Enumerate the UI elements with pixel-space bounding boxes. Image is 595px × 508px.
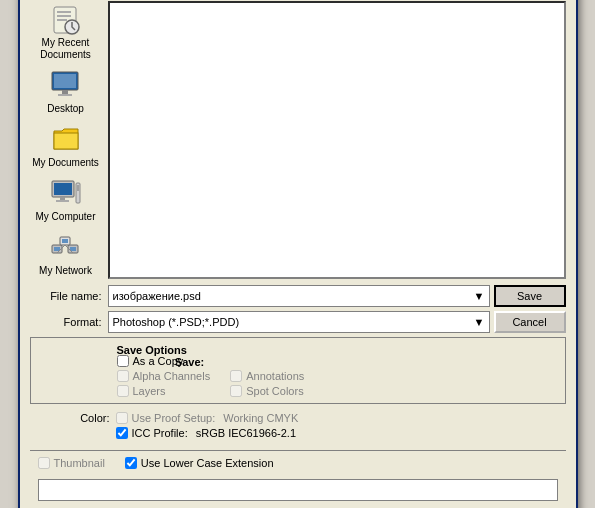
svg-rect-16 xyxy=(60,197,65,200)
svg-rect-5 xyxy=(57,11,71,13)
thumbnail-label: Thumbnail xyxy=(54,457,105,469)
network-label: My Network xyxy=(39,265,92,277)
save-options-left-col: Save: As a Copy Alpha Channels Layers xyxy=(39,356,211,397)
use-proof-setup-value: Working CMYK xyxy=(223,412,298,424)
filename-label: File name: xyxy=(30,290,102,302)
svg-rect-7 xyxy=(57,19,67,21)
desktop-icon xyxy=(50,69,82,101)
icc-profile-checkbox-row: ICC Profile: sRGB IEC61966-2.1 xyxy=(116,427,297,439)
icc-profile-checkbox[interactable] xyxy=(116,427,128,439)
mycomputer-label: My Computer xyxy=(35,211,95,223)
divider xyxy=(30,450,566,451)
svg-rect-12 xyxy=(58,94,72,96)
sidebar-item-desktop[interactable]: Desktop xyxy=(30,67,102,117)
save-options-grid: Save: As a Copy Alpha Channels Layers xyxy=(39,356,557,397)
svg-rect-15 xyxy=(54,183,72,195)
as-a-copy-row: As a Copy xyxy=(117,355,211,367)
svg-rect-11 xyxy=(62,90,68,94)
color-section: Color: Use Proof Setup: Working CMYK ICC… xyxy=(30,408,566,446)
network-icon xyxy=(50,231,82,263)
save-options-section: Save Options Save: As a Copy Alpha Chann… xyxy=(30,337,566,404)
layers-checkbox[interactable] xyxy=(117,385,129,397)
annotations-checkbox[interactable] xyxy=(230,370,242,382)
use-proof-setup-row: Use Proof Setup: Working CMYK xyxy=(116,412,299,424)
sidebar-item-recent[interactable]: My RecentDocuments xyxy=(30,1,102,63)
format-label: Format: xyxy=(30,316,102,328)
save-as-dialog: Save As ? ✕ Save in: My Pictures ▼ ← → ↑ xyxy=(18,0,578,508)
annotations-row: Annotations xyxy=(230,370,304,382)
layers-row: Layers xyxy=(117,385,211,397)
lower-case-label: Use Lower Case Extension xyxy=(141,457,274,469)
thumbnail-checkbox[interactable] xyxy=(38,457,50,469)
bottom-options: Thumbnail Use Lower Case Extension xyxy=(30,455,566,471)
sidebar-item-mycomputer[interactable]: My Computer xyxy=(30,175,102,225)
spot-colors-label: Spot Colors xyxy=(246,385,303,397)
spot-colors-checkbox[interactable] xyxy=(230,385,242,397)
save-options-title xyxy=(39,344,111,345)
svg-rect-25 xyxy=(62,239,68,243)
svg-rect-13 xyxy=(54,133,78,149)
filename-input[interactable]: изображение.psd ▼ xyxy=(108,285,490,307)
mydocs-label: My Documents xyxy=(32,157,99,169)
filename-value: изображение.psd xyxy=(113,290,201,302)
icc-profile-value: sRGB IEC61966-2.1 xyxy=(196,427,296,439)
svg-rect-19 xyxy=(77,185,79,191)
cancel-button[interactable]: Cancel xyxy=(494,311,566,333)
format-input[interactable]: Photoshop (*.PSD;*.PDD) ▼ xyxy=(108,311,490,333)
left-panel: My RecentDocuments Desktop xyxy=(30,1,102,279)
format-row: Format: Photoshop (*.PSD;*.PDD) ▼ Cancel xyxy=(30,311,566,333)
layers-label: Layers xyxy=(133,385,166,397)
dialog-body: Save in: My Pictures ▼ ← → ↑ xyxy=(20,0,576,508)
spot-colors-row: Spot Colors xyxy=(230,385,304,397)
recent-label: My RecentDocuments xyxy=(40,37,91,61)
format-value: Photoshop (*.PSD;*.PDD) xyxy=(113,316,240,328)
filename-arrow: ▼ xyxy=(474,290,485,302)
desktop-label: Desktop xyxy=(47,103,84,115)
icc-profile-label: ICC Profile: xyxy=(132,427,188,439)
use-proof-setup-checkbox[interactable] xyxy=(116,412,128,424)
lower-case-checkbox[interactable] xyxy=(125,457,137,469)
format-input-container: Photoshop (*.PSD;*.PDD) ▼ Cancel xyxy=(108,311,566,333)
save-options-right-col: Annotations Spot Colors xyxy=(230,370,304,397)
svg-rect-10 xyxy=(54,74,76,88)
color-label: Color: xyxy=(38,412,110,424)
file-browser[interactable] xyxy=(108,1,566,279)
alpha-channels-row: Alpha Channels xyxy=(117,370,211,382)
path-row xyxy=(30,477,566,503)
color-header-row: Color: Use Proof Setup: Working CMYK xyxy=(38,412,558,424)
alpha-channels-label: Alpha Channels xyxy=(133,370,211,382)
sidebar-item-mydocs[interactable]: My Documents xyxy=(30,121,102,171)
lower-case-row: Use Lower Case Extension xyxy=(125,457,274,469)
path-input[interactable] xyxy=(38,479,558,501)
mycomputer-icon xyxy=(50,177,82,209)
thumbnail-row: Thumbnail xyxy=(38,457,105,469)
filename-row: File name: изображение.psd ▼ Save xyxy=(30,285,566,307)
save-button[interactable]: Save xyxy=(494,285,566,307)
mydocs-icon xyxy=(50,123,82,155)
svg-rect-17 xyxy=(56,200,69,202)
recent-icon xyxy=(50,3,82,35)
filename-input-container: изображение.psd ▼ Save xyxy=(108,285,566,307)
as-a-copy-label: As a Copy xyxy=(133,355,184,367)
icc-profile-row: ICC Profile: sRGB IEC61966-2.1 xyxy=(38,427,558,439)
sidebar-item-network[interactable]: My Network xyxy=(30,229,102,279)
format-arrow: ▼ xyxy=(474,316,485,328)
svg-rect-6 xyxy=(57,15,71,17)
annotations-label: Annotations xyxy=(246,370,304,382)
alpha-channels-checkbox[interactable] xyxy=(117,370,129,382)
use-proof-setup-label: Use Proof Setup: xyxy=(132,412,216,424)
main-content-area: My RecentDocuments Desktop xyxy=(30,1,566,279)
as-a-copy-checkbox[interactable] xyxy=(117,355,129,367)
